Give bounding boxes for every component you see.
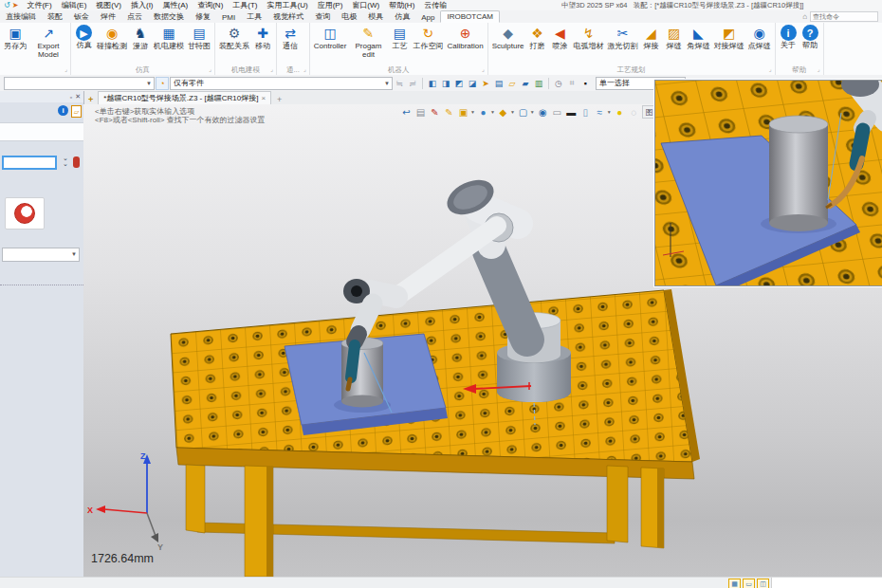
window-icon[interactable]: ▭ bbox=[551, 106, 563, 119]
tab-repair[interactable]: 修复 bbox=[190, 10, 216, 23]
walkthrough-button[interactable]: ♞漫游 bbox=[129, 24, 152, 51]
list-filter-icon[interactable]: ▤ bbox=[493, 78, 505, 89]
vertex-filter-icon[interactable]: ◧ bbox=[427, 78, 438, 89]
pick-arrow-icon[interactable]: ➤ bbox=[480, 78, 491, 89]
menu-attributes[interactable]: 属性(A) bbox=[158, 0, 193, 10]
app-refresh-icon[interactable]: ↺ bbox=[4, 1, 10, 10]
tab-inquire[interactable]: 查询 bbox=[309, 10, 336, 23]
workpiece-cylinder[interactable] bbox=[334, 338, 392, 413]
tab-mold[interactable]: 模具 bbox=[362, 10, 389, 23]
save-as-button[interactable]: ▣另存为 bbox=[2, 24, 28, 51]
chevron-down-icon[interactable]: ▼ bbox=[530, 109, 535, 115]
part-filter-icon[interactable]: ◔ bbox=[156, 77, 169, 90]
document-icon[interactable]: ▱ bbox=[71, 105, 82, 118]
butt-weld-button[interactable]: ◩对接焊缝 bbox=[712, 24, 746, 51]
filter-combo[interactable]: 仅有零件▼ bbox=[170, 77, 393, 90]
move-button[interactable]: ✚移动 bbox=[251, 24, 274, 51]
export-model-button[interactable]: ↗Export Model bbox=[28, 24, 68, 59]
tab-assembly[interactable]: 装配 bbox=[42, 10, 68, 23]
menu-file[interactable]: 文件(F) bbox=[22, 0, 56, 10]
history-dropdown[interactable]: ▼ bbox=[4, 77, 155, 90]
simulate-button[interactable]: ▶仿真 bbox=[73, 24, 95, 50]
chevron-down-icon[interactable]: ▼ bbox=[607, 109, 612, 115]
printer-icon[interactable]: ▤ bbox=[414, 106, 427, 119]
edge-filter-icon[interactable]: ◨ bbox=[440, 78, 451, 89]
bulb-icon[interactable]: ● bbox=[614, 106, 626, 119]
group-expand-icon[interactable]: ⌟ bbox=[818, 64, 820, 74]
panel-minimize-icon[interactable]: ▫ bbox=[70, 94, 72, 101]
red-pen-icon[interactable]: ✎ bbox=[429, 106, 441, 119]
chevron-down-icon[interactable]: ▼ bbox=[490, 109, 495, 115]
tab-data-exchange[interactable]: 数据交换 bbox=[148, 10, 190, 23]
about-button[interactable]: i关于 bbox=[778, 24, 799, 50]
info-icon[interactable]: i bbox=[58, 105, 68, 116]
arc-additive-button[interactable]: ↯电弧增材 bbox=[572, 24, 606, 51]
menu-cloud-transfer[interactable]: 云传输 bbox=[419, 0, 451, 10]
new-document-icon[interactable]: + bbox=[271, 95, 287, 104]
document-tab[interactable]: *越疆CR10型号焊接场景.Z3 - [越疆CR10焊接] × bbox=[98, 91, 271, 104]
clip-icon[interactable]: ⌗ bbox=[566, 78, 578, 89]
menu-inquire[interactable]: 查询(N) bbox=[193, 0, 228, 10]
assembly-relation-button[interactable]: ⚙装配关系 bbox=[217, 24, 251, 51]
chevron-expand-icon[interactable]: ⌄⌄ bbox=[61, 156, 70, 171]
laser-cut-button[interactable]: ✂激光切割 bbox=[606, 24, 640, 51]
new-document-icon[interactable]: + bbox=[83, 95, 98, 104]
command-search-input[interactable] bbox=[810, 11, 878, 22]
menu-view[interactable]: 视图(V) bbox=[91, 0, 126, 10]
tab-simulation[interactable]: 仿真 bbox=[389, 10, 415, 23]
menu-applications[interactable]: 应用(P) bbox=[313, 0, 348, 10]
tab-pmi[interactable]: PMI bbox=[216, 12, 241, 23]
help-button[interactable]: ?帮助 bbox=[799, 24, 821, 50]
tab-electrode[interactable]: 电极 bbox=[336, 10, 362, 23]
weld-seam-button[interactable]: ▨焊缝 bbox=[663, 24, 686, 51]
menu-help[interactable]: 帮助(H) bbox=[384, 0, 419, 10]
tab-irobotcam[interactable]: IROBOTCAM bbox=[440, 10, 499, 23]
display-style-icon[interactable]: ◆ bbox=[497, 106, 509, 119]
view-cube-icon[interactable]: ▣ bbox=[457, 106, 469, 119]
black-screen-icon[interactable]: ▬ bbox=[565, 106, 578, 119]
welding-torch[interactable] bbox=[348, 345, 355, 389]
weld-button[interactable]: ◢焊接 bbox=[640, 24, 663, 51]
program-edit-button[interactable]: ✎Progam edit bbox=[348, 24, 388, 59]
circle-icon[interactable]: ◌ bbox=[628, 106, 640, 119]
face-filter-icon[interactable]: ◩ bbox=[453, 78, 465, 89]
body-filter-icon[interactable]: ◪ bbox=[467, 78, 478, 89]
menu-insert[interactable]: 插入(I) bbox=[126, 0, 158, 10]
brush-icon[interactable]: ✎ bbox=[443, 106, 455, 119]
menu-window[interactable]: 窗口(W) bbox=[347, 0, 384, 10]
monitor-toggle-icon[interactable]: ▭ bbox=[743, 579, 755, 588]
calibration-button[interactable]: ⊕Calibration bbox=[445, 24, 485, 51]
red-logo-button[interactable] bbox=[5, 197, 45, 230]
tab-app[interactable]: App bbox=[415, 12, 440, 23]
spray-button[interactable]: ◀喷涂 bbox=[549, 24, 572, 51]
chevron-down-icon[interactable]: ▼ bbox=[470, 109, 475, 115]
panel-value-input[interactable] bbox=[2, 156, 57, 170]
chevron-down-icon[interactable]: ▼ bbox=[510, 109, 515, 115]
link-filter-icon[interactable]: ≒ bbox=[394, 78, 405, 89]
unlink-filter-icon[interactable]: ≓ bbox=[407, 78, 418, 89]
compass-icon[interactable]: ◉ bbox=[537, 106, 549, 119]
menu-tools[interactable]: 工具(T) bbox=[228, 0, 262, 10]
group-expand-icon[interactable]: ⌟ bbox=[303, 64, 306, 74]
tab-visual-style[interactable]: 视觉样式 bbox=[267, 10, 309, 23]
mic-icon[interactable] bbox=[73, 156, 80, 168]
window-toggle-icon[interactable]: ◫ bbox=[757, 579, 769, 588]
collision-check-button[interactable]: ◉碰撞检测 bbox=[95, 24, 129, 51]
mechatronics-button[interactable]: ▦机电建模 bbox=[152, 24, 186, 51]
exit-icon[interactable]: ↩ bbox=[400, 106, 413, 119]
shade-mode-icon[interactable]: ● bbox=[477, 106, 489, 119]
snapshot-icon[interactable]: ▢ bbox=[517, 106, 529, 119]
tab-weldment[interactable]: 焊件 bbox=[95, 10, 121, 23]
menu-edit[interactable]: 编辑(E) bbox=[57, 0, 92, 10]
tab-direct-edit[interactable]: 直接编辑 bbox=[0, 10, 42, 23]
sculpture-button[interactable]: ◆Sculpture bbox=[490, 24, 526, 51]
app-cursor-icon[interactable]: ➤ bbox=[12, 1, 19, 10]
group-expand-icon[interactable]: ⌟ bbox=[482, 64, 485, 74]
polish-button[interactable]: ❖打磨 bbox=[526, 24, 549, 51]
color-swatch-icon[interactable]: ▪ bbox=[579, 78, 591, 89]
worktable-toggle-icon[interactable]: ▦ bbox=[728, 579, 741, 588]
folder-export-icon[interactable]: ▱ bbox=[506, 78, 518, 89]
tab-point-cloud[interactable]: 点云 bbox=[121, 10, 148, 23]
process-button[interactable]: ▤工艺 bbox=[388, 24, 411, 51]
folder-blue-icon[interactable]: ▰ bbox=[520, 78, 531, 89]
